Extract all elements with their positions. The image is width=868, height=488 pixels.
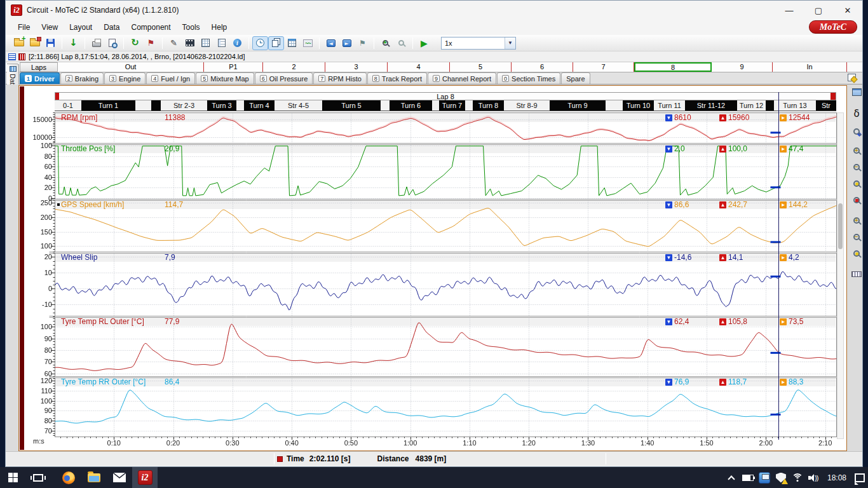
channel-label-throttle[interactable]: Throttle Pos [%] [61,144,115,153]
tray-app-icon[interactable] [756,467,773,488]
chevron-down-icon[interactable]: ▼ [505,37,515,49]
zoom-lap-time-icon[interactable] [850,193,864,208]
import-icon: ↓ [69,38,78,48]
lap-segment-6[interactable]: 6 [512,62,573,72]
track-editor-icon[interactable]: ~~ [300,36,316,50]
zoom-full-value-icon[interactable] [850,246,864,261]
menu-file[interactable]: File [12,21,36,34]
battery-icon[interactable] [740,467,756,488]
chart-canvas[interactable] [25,89,842,440]
i2-button[interactable]: i2 [132,467,158,488]
video-icon[interactable] [182,36,198,50]
start-button[interactable] [0,467,25,488]
flag-point-icon[interactable]: ⚑ [355,36,370,50]
tab-fuel-ign[interactable]: 4Fuel / Ign [146,72,195,84]
lap-segment-3[interactable]: 3 [325,62,388,72]
minimize-button[interactable]: — [775,1,804,20]
tab-rpm-histo[interactable]: 7RPM Histo [313,72,367,84]
print-icon[interactable] [88,36,104,50]
maximize-button[interactable]: ▢ [804,1,833,20]
properties-icon[interactable] [214,36,229,50]
wifi-icon[interactable] [789,467,806,488]
menu-data[interactable]: Data [98,21,125,34]
file-explorer-button[interactable] [81,467,107,488]
tray-expand-icon[interactable] [723,467,740,488]
channel-label-slip[interactable]: Wheel Slip [61,253,97,262]
zoom-out-time-icon[interactable] [850,159,864,175]
zoom-in-time-icon [853,147,860,154]
ruler-icon[interactable] [850,266,864,281]
play-icon[interactable]: ▶ [416,36,432,50]
values-grid-icon[interactable] [284,36,300,50]
new-worksheet-icon[interactable] [848,74,856,81]
export-icon[interactable]: ↻ [127,36,143,50]
save-icon[interactable] [43,36,58,50]
avg-icon: ► [780,379,787,386]
lap-segment-9[interactable]: 9 [712,62,773,72]
displays-icon[interactable] [850,85,864,100]
import-icon[interactable]: ↓ [65,36,81,50]
stat-avg-value: 144,2 [789,200,808,209]
lap-segment-2[interactable]: 2 [263,62,325,72]
lap-segment-out[interactable]: Out [58,62,204,72]
tab-channel-report[interactable]: 9Channel Report [428,72,496,84]
zoom-add-icon[interactable] [377,36,393,50]
lap-segment-in[interactable]: In [773,62,847,72]
menu-help[interactable]: Help [206,21,233,34]
menu-layout[interactable]: Layout [64,21,98,34]
tab-braking[interactable]: 2Braking [60,72,104,84]
stat-max-throttle: ▲100,0 [719,144,747,153]
action-center-icon[interactable] [851,467,868,488]
channel-label-tyre_rl[interactable]: Tyre Temp RL Outer [°C] [61,317,144,326]
edit-icon[interactable]: ✎ [166,36,182,50]
prev-lap-icon[interactable]: ◄ [323,36,339,50]
tab-spare[interactable]: Spare [561,72,590,84]
time-cursor[interactable] [778,92,779,440]
close-button[interactable]: ✕ [833,1,862,20]
time-distance-icon[interactable] [252,36,268,50]
delta-icon[interactable]: δ [850,106,864,121]
mail-button[interactable] [107,467,132,488]
tab-track-report[interactable]: 8Track Report [367,72,427,84]
defender-icon[interactable] [773,467,789,488]
zoom-cursor-icon[interactable] [850,124,864,139]
print-preview-icon[interactable] [104,36,120,50]
toolbar-separator [85,37,85,49]
open-file-icon[interactable] [27,36,43,50]
tab-engine[interactable]: 3Engine [104,72,146,84]
zoom-out-value-icon[interactable] [850,229,864,245]
tab-section-times[interactable]: 0Section Times [497,72,560,84]
lap-segment-8[interactable]: 8 [634,62,712,72]
overlay-laps-icon[interactable] [268,36,284,50]
playback-speed-select[interactable]: 1x ▼ [441,37,516,50]
menu-tools[interactable]: Tools [177,21,206,34]
open-file-add-icon[interactable] [11,36,27,50]
info-icon[interactable]: i [229,36,245,50]
lap-segment-7[interactable]: 7 [573,62,634,72]
menu-view[interactable]: View [36,21,64,34]
log-file-icon[interactable] [18,53,25,60]
zoom-recall-icon[interactable] [393,36,409,50]
task-view-button[interactable] [25,467,51,488]
volume-icon[interactable]: )) [806,467,822,488]
tab-mixture-map[interactable]: 5Mixture Map [196,72,254,84]
data-grid-icon[interactable] [8,53,16,60]
channel-label-gps[interactable]: GPS Speed [km/h] [61,200,124,209]
next-lap-icon[interactable]: ► [339,36,355,50]
maths-grid-icon[interactable] [198,36,214,50]
menu-component[interactable]: Component [126,21,177,34]
zoom-in-value-icon[interactable] [850,213,864,228]
channel-label-rpm[interactable]: RPM [rpm] [61,113,97,122]
taskbar-clock[interactable]: 18:08 [822,473,851,482]
channel-label-tyre_rr[interactable]: Tyre Temp RR Outer [°C] [61,377,146,386]
flag-icon[interactable]: ⚑ [143,36,159,50]
firefox-button[interactable] [56,467,81,488]
lap-segment-4[interactable]: 4 [388,62,450,72]
laps-label[interactable]: Laps [20,62,58,72]
lap-segment-p1[interactable]: P1 [204,62,263,72]
zoom-in-time-icon[interactable] [850,143,864,158]
zoom-full-time-icon[interactable] [850,176,864,191]
tab-driver[interactable]: 1Driver [20,72,60,84]
lap-segment-5[interactable]: 5 [450,62,512,72]
tab-oil-pressure[interactable]: 6Oil Pressure [255,72,313,84]
